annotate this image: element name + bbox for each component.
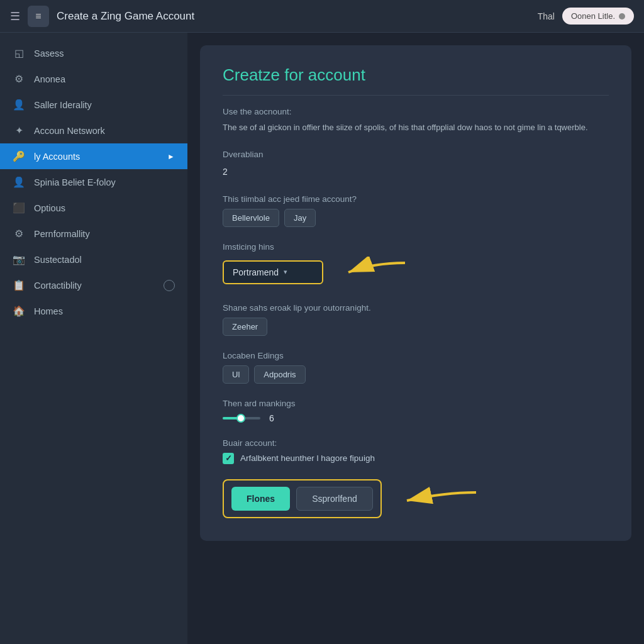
topbar-user: Thal (538, 11, 555, 21)
menu-icon[interactable]: ☰ (10, 9, 20, 23)
sidebar-label: Sustectadol (34, 255, 175, 265)
locaben-option-adpodris[interactable]: Adpodris (254, 365, 305, 384)
locaben-label: Locaben Edings (223, 351, 609, 360)
sidebar-expand-arrow: ► (167, 152, 175, 161)
slider-value: 6 (269, 413, 274, 423)
sidebar-item-ly-accounts[interactable]: 🔑 ly Accounts ► (0, 143, 187, 169)
sidebar-item-homes[interactable]: 🏠 Homes (0, 298, 187, 324)
locaben-option-ul[interactable]: Ul (223, 365, 249, 384)
user-icon: 👤 (13, 99, 25, 111)
clipboard-icon: 📋 (13, 279, 25, 291)
open-button-label: Oonen Litle. (571, 11, 615, 21)
dverablian-value: 2 (223, 164, 609, 179)
dverablian-label: Dverablian (223, 150, 609, 159)
button-area: Flones Ssprorlfend (223, 479, 609, 518)
use-account-description: The se of al gickon in offier the siize … (223, 121, 609, 135)
logo-icon: ≡ (35, 11, 41, 22)
slider-track[interactable] (223, 417, 260, 419)
sidebar-label: Pernformallity (34, 229, 175, 239)
topbar-dot (619, 13, 625, 19)
sidebar-item-accoun-netswork[interactable]: ✦ Accoun Netswork (0, 118, 187, 143)
sidebar-item-saller-iderality[interactable]: 👤 Saller Iderality (0, 92, 187, 118)
shane-options: Zeeher (223, 318, 609, 336)
sidebar-item-sustectadol[interactable]: 📷 Sustectadol (0, 247, 187, 272)
topbar-logo: ≡ (28, 6, 49, 27)
sidebar-label: Optious (34, 203, 175, 213)
locaben-options: Ul Adpodris (223, 365, 609, 384)
dropdown-arrow-icon: ▾ (284, 268, 287, 276)
tiimbal-option-jay[interactable]: Jay (284, 209, 316, 227)
sidebar-item-pernformallity[interactable]: ⚙ Pernformallity (0, 221, 187, 247)
imsticing-label: Imsticing hins (223, 242, 609, 252)
then-section: Then ard mankings 6 (223, 399, 609, 423)
primary-button[interactable]: Flones (231, 487, 290, 511)
sidebar-label: Anonea (34, 74, 175, 84)
form-card: Creatze for account Use the aocnount: Th… (200, 45, 631, 541)
square-icon: ⬛ (13, 202, 25, 214)
imsticing-select[interactable]: Portramend ▾ (223, 260, 323, 284)
form-title: Creatze for account (223, 65, 609, 96)
then-label: Then ard mankings (223, 399, 609, 408)
network-icon: ✦ (13, 125, 25, 136)
topbar-title: Create a Zing Game Account (57, 10, 530, 23)
main-layout: ◱ Sasess ⚙ Anonea 👤 Saller Iderality ✦ A… (0, 33, 644, 644)
sidebar-item-cortactiblity[interactable]: 📋 Cortactiblity (0, 272, 187, 298)
checkbox[interactable]: ✓ (223, 453, 234, 464)
checkbox-row: ✓ Arfalbkent heunther l hagore fipuigh (223, 453, 609, 464)
sidebar-item-sasess[interactable]: ◱ Sasess (0, 40, 187, 66)
locaben-section: Locaben Edings Ul Adpodris (223, 351, 609, 384)
button-row: Flones Ssprorlfend (223, 479, 382, 518)
sidebar-item-anonea[interactable]: ⚙ Anonea (0, 66, 187, 92)
use-account-label: Use the aocnount: (223, 107, 609, 116)
imsticing-selected-value: Portramend (233, 267, 279, 277)
slider-thumb[interactable] (236, 414, 245, 423)
checkbox-label: Arfalbkent heunther l hagore fipuigh (240, 453, 375, 463)
sidebar-label: ly Accounts (34, 152, 158, 162)
sidebar-label: Spinia Beliet E-foloy (34, 177, 175, 187)
slider-section: 6 (223, 413, 609, 423)
sidebar-label: Saller Iderality (34, 100, 175, 110)
person-icon: 👤 (13, 176, 25, 188)
grid-icon: ◱ (13, 47, 25, 59)
tiimbal-label: This tiimbal acc jeed fiime account? (223, 194, 609, 204)
buair-section: Buair account: ✓ Arfalbkent heunther l h… (223, 438, 609, 464)
home-icon: 🏠 (13, 305, 25, 317)
sidebar: ◱ Sasess ⚙ Anonea 👤 Saller Iderality ✦ A… (0, 33, 187, 644)
annotation-arrow-2 (394, 483, 482, 514)
sidebar-label: Sasess (34, 48, 175, 58)
sidebar-label: Homes (34, 306, 175, 316)
camera-icon: 📷 (13, 253, 25, 265)
tiimbal-options: Bellervlole Jay (223, 209, 609, 227)
sidebar-item-optious[interactable]: ⬛ Optious (0, 195, 187, 221)
imsticing-section: Imsticing hins Portramend ▾ (223, 242, 609, 288)
content-area: Creatze for account Use the aocnount: Th… (187, 33, 644, 644)
use-account-section: Use the aocnount: The se of al gickon in… (223, 107, 609, 135)
sidebar-label: Cortactiblity (34, 280, 155, 291)
sidebar-label: Accoun Netswork (34, 126, 175, 136)
buair-label: Buair account: (223, 438, 609, 448)
shane-label: Shane sahs eroak lip your outorranight. (223, 303, 609, 313)
shane-option-zeeher[interactable]: Zeeher (223, 318, 267, 336)
checkmark-icon: ✓ (225, 453, 232, 463)
topbar: ☰ ≡ Create a Zing Game Account Thal Oone… (0, 0, 644, 33)
secondary-button[interactable]: Ssprorlfend (296, 487, 373, 511)
open-button[interactable]: Oonen Litle. (562, 8, 634, 25)
gear-icon: ⚙ (13, 228, 25, 240)
dverablian-section: Dverablian 2 (223, 150, 609, 179)
tiimbal-option-bellervlole[interactable]: Bellervlole (223, 209, 279, 227)
tiimbal-section: This tiimbal acc jeed fiime account? Bel… (223, 194, 609, 227)
annotation-arrow-1 (336, 257, 411, 288)
shane-section: Shane sahs eroak lip your outorranight. … (223, 303, 609, 336)
sidebar-item-spinia-beliet[interactable]: 👤 Spinia Beliet E-foloy (0, 169, 187, 195)
settings-icon: ⚙ (13, 73, 25, 85)
sidebar-badge (164, 280, 175, 291)
key-icon: 🔑 (13, 150, 25, 162)
